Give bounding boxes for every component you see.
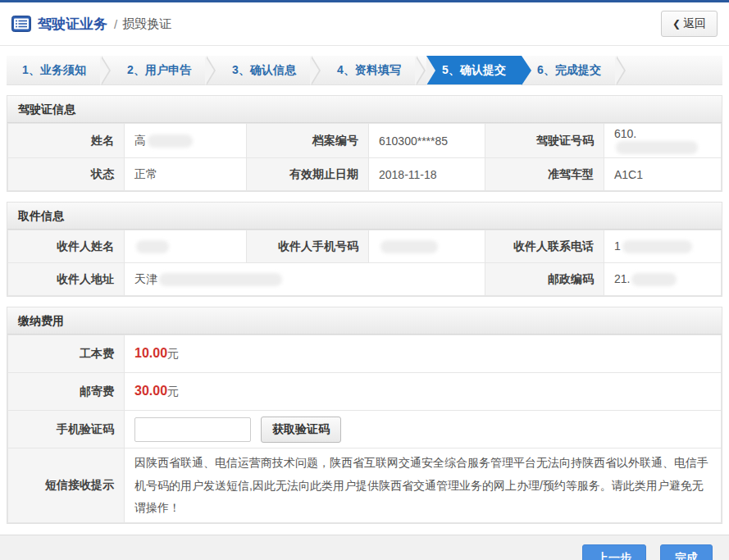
table-row: 姓名 高 档案编号 610300****85 驾驶证号码 610. — [8, 124, 722, 158]
sms-notice-label: 短信接收提示 — [8, 448, 125, 523]
redaction-blur — [616, 141, 698, 154]
get-code-button[interactable]: 获取验证码 — [261, 417, 341, 443]
table-row: 收件人姓名 收件人手机号码 收件人联系电话 1 — [8, 230, 722, 263]
redaction-blur — [631, 273, 677, 286]
sms-code-cell: 获取验证码 — [125, 411, 722, 448]
chevron-left-icon: ❮ — [672, 18, 681, 30]
redaction-blur — [136, 240, 169, 253]
license-number-label: 驾驶证号码 — [485, 124, 604, 158]
back-button[interactable]: ❮返回 — [661, 11, 718, 37]
license-business-icon — [11, 16, 31, 32]
step-separator-chevron — [417, 56, 426, 84]
page-header: 驾驶证业务 / 损毁换证 ❮返回 — [0, 2, 729, 46]
table-row: 短信接收提示 因陕西省联通、电信运营商技术问题，陕西省互联网交通安全综合服务管理… — [8, 448, 722, 523]
table-row: 邮寄费 30.00元 — [8, 373, 722, 411]
step-progress-bar: 1、业务须知 2、用户申告 3、确认信息 4、资料填写 5、确认提交 6、完成提… — [7, 56, 722, 85]
vehicle-class-value: A1C1 — [604, 158, 722, 191]
step-separator-chevron — [207, 56, 216, 84]
recipient-address-value: 天津 — [125, 263, 485, 296]
vehicle-class-label: 准驾车型 — [485, 158, 604, 191]
prev-step-button[interactable]: 上一步 — [582, 544, 646, 560]
table-row: 手机验证码 获取验证码 — [8, 411, 722, 448]
step-3-confirm-info[interactable]: 3、确认信息 — [216, 56, 312, 84]
zip-code-value: 21. — [604, 263, 722, 296]
pickup-info-section: 取件信息 收件人姓名 收件人手机号码 收件人联系电话 1 收件人地址 天津 邮政… — [7, 202, 722, 297]
fees-section: 缴纳费用 工本费 10.00元 邮寄费 30.00元 手机验证码 获取验证码 短… — [7, 307, 722, 524]
step-5-confirm-submit-active[interactable]: 5、确认提交 — [426, 56, 522, 84]
license-number-value: 610. — [604, 124, 722, 158]
breadcrumb-current: 损毁换证 — [122, 16, 171, 32]
recipient-mobile-label: 收件人手机号码 — [247, 230, 369, 263]
expiry-date-label: 有效期止日期 — [247, 158, 369, 191]
recipient-mobile-value — [369, 230, 485, 263]
zip-code-label: 邮政编码 — [485, 263, 604, 296]
status-label: 状态 — [8, 158, 125, 191]
table-row: 收件人地址 天津 邮政编码 21. — [8, 263, 722, 296]
step-4-fill-data[interactable]: 4、资料填写 — [321, 56, 417, 84]
sms-code-input[interactable] — [134, 417, 251, 442]
expiry-date-value: 2018-11-18 — [369, 158, 485, 191]
pickup-section-title: 取件信息 — [7, 203, 722, 230]
production-fee-label: 工本费 — [8, 335, 125, 373]
redaction-blur — [622, 240, 692, 253]
table-row: 状态 正常 有效期止日期 2018-11-18 准驾车型 A1C1 — [8, 158, 722, 191]
back-button-label: 返回 — [683, 16, 706, 30]
name-label: 姓名 — [8, 124, 125, 158]
postage-fee-label: 邮寄费 — [8, 373, 125, 411]
step-2-user-declaration[interactable]: 2、用户申告 — [112, 56, 207, 84]
fees-section-title: 缴纳费用 — [7, 307, 722, 335]
table-row: 工本费 10.00元 — [8, 335, 722, 373]
name-value: 高 — [125, 124, 247, 158]
footer-action-bar: 上一步 完成 — [0, 535, 729, 560]
postage-fee-value: 30.00元 — [125, 373, 722, 411]
file-number-label: 档案编号 — [247, 124, 369, 158]
redaction-blur — [159, 273, 282, 286]
redaction-blur — [148, 134, 193, 148]
production-fee-value: 10.00元 — [125, 335, 722, 373]
step-6-complete-submit[interactable]: 6、完成提交 — [522, 56, 617, 84]
finish-button[interactable]: 完成 — [660, 544, 713, 560]
status-value: 正常 — [125, 158, 247, 191]
step-1-business-notice[interactable]: 1、业务须知 — [7, 56, 102, 84]
page-title: 驾驶证业务 — [38, 15, 107, 34]
recipient-phone-value: 1 — [604, 230, 722, 263]
step-bar-filler — [626, 56, 722, 84]
recipient-name-label: 收件人姓名 — [8, 230, 125, 263]
recipient-name-value — [125, 230, 247, 263]
redaction-blur — [380, 240, 438, 253]
sms-code-label: 手机验证码 — [8, 411, 125, 448]
license-section-title: 驾驶证信息 — [7, 96, 722, 123]
license-info-table: 姓名 高 档案编号 610300****85 驾驶证号码 610. 状态 正常 … — [7, 123, 722, 191]
sms-notice-text: 因陕西省联通、电信运营商技术问题，陕西省互联网交通安全综合服务管理平台无法向持陕… — [125, 448, 722, 523]
license-info-section: 驾驶证信息 姓名 高 档案编号 610300****85 驾驶证号码 610. … — [7, 95, 722, 192]
step-separator-chevron — [102, 56, 112, 84]
step-separator-chevron — [617, 56, 626, 84]
step-separator-chevron — [312, 56, 321, 84]
breadcrumb-separator: / — [114, 17, 117, 31]
recipient-address-label: 收件人地址 — [8, 263, 125, 296]
fees-table: 工本费 10.00元 邮寄费 30.00元 手机验证码 获取验证码 短信接收提示… — [7, 335, 722, 523]
pickup-info-table: 收件人姓名 收件人手机号码 收件人联系电话 1 收件人地址 天津 邮政编码 21… — [7, 230, 722, 296]
recipient-phone-label: 收件人联系电话 — [485, 230, 604, 263]
file-number-value: 610300****85 — [369, 124, 485, 158]
